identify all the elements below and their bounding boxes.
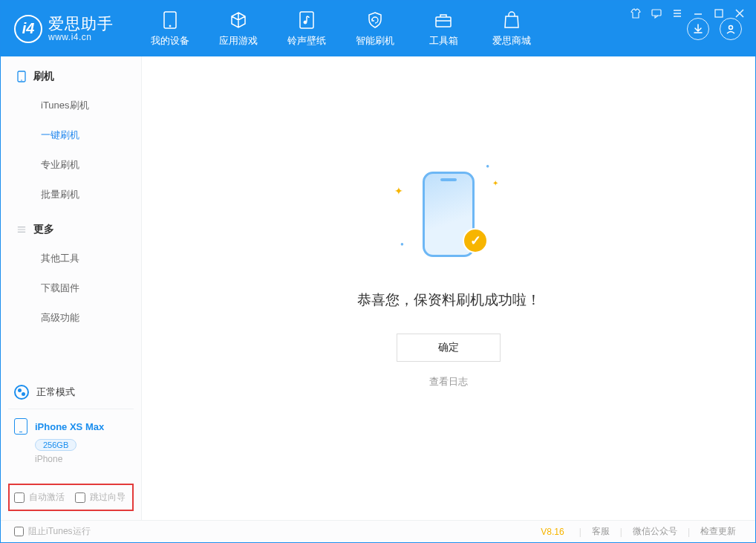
sidebar-group-flash: 刷机 <box>1 56 141 91</box>
footer: 阻止iTunes运行 V8.16 | 客服 | 微信公众号 | 检查更新 <box>1 520 755 542</box>
mode-label: 正常模式 <box>36 386 75 399</box>
dot-icon: ● <box>400 241 404 247</box>
svg-point-3 <box>304 21 307 24</box>
dot-icon: ● <box>486 163 489 169</box>
device-small-icon <box>17 71 26 82</box>
sparkle-icon: ✦ <box>492 179 498 187</box>
window-controls <box>629 7 746 20</box>
app-header: i4 爱思助手 www.i4.cn 我的设备 应用游戏 铃声壁纸 <box>1 1 755 56</box>
main-content: ✦ ✦ ● ● ✓ 恭喜您，保资料刷机成功啦！ 确定 查看日志 <box>142 56 755 520</box>
svg-point-9 <box>21 79 22 81</box>
shopping-bag-icon <box>502 10 521 30</box>
svg-point-1 <box>169 25 171 27</box>
brand-subtitle: www.i4.cn <box>48 33 114 43</box>
svg-rect-4 <box>436 17 451 27</box>
view-log-link[interactable]: 查看日志 <box>429 375 468 388</box>
sidebar-item-download-firmware[interactable]: 下载固件 <box>1 273 141 303</box>
shield-refresh-icon <box>365 10 385 30</box>
nav-my-device[interactable]: 我的设备 <box>136 1 204 56</box>
check-icon: ✓ <box>463 228 488 253</box>
sidebar-item-oneclick-flash[interactable]: 一键刷机 <box>1 120 141 150</box>
sidebar-group-label: 刷机 <box>33 70 54 83</box>
nav-store[interactable]: 爱思商城 <box>478 1 546 56</box>
device-type: iPhone <box>35 454 128 464</box>
shirt-icon[interactable] <box>629 7 642 20</box>
list-icon <box>17 224 26 235</box>
sparkle-icon: ✦ <box>394 185 403 197</box>
download-button[interactable] <box>687 18 709 40</box>
skip-guide-label: 跳过向导 <box>90 491 126 504</box>
nav-tabs: 我的设备 应用游戏 铃声壁纸 智能刷机 工具箱 <box>136 1 546 56</box>
sidebar-group-more: 更多 <box>1 209 141 244</box>
nav-apps-games[interactable]: 应用游戏 <box>204 1 273 56</box>
block-itunes-checkbox[interactable]: 阻止iTunes运行 <box>14 525 91 538</box>
nav-label: 铃声壁纸 <box>287 34 326 48</box>
mode-icon <box>14 385 29 400</box>
auto-activate-checkbox[interactable]: 自动激活 <box>14 491 65 504</box>
device-icon <box>14 418 27 435</box>
svg-rect-6 <box>652 10 661 16</box>
block-itunes-label: 阻止iTunes运行 <box>28 525 91 538</box>
logo-icon: i4 <box>14 15 42 43</box>
brand-title: 爱思助手 <box>48 15 114 33</box>
music-file-icon <box>297 10 316 30</box>
skip-guide-checkbox[interactable]: 跳过向导 <box>75 491 126 504</box>
close-button[interactable] <box>733 7 746 20</box>
sidebar-item-pro-flash[interactable]: 专业刷机 <box>1 150 141 180</box>
phone-icon <box>160 10 180 30</box>
nav-smart-flash[interactable]: 智能刷机 <box>341 1 409 56</box>
menu-icon[interactable] <box>671 7 684 20</box>
nav-label: 爱思商城 <box>492 34 531 48</box>
logo-area: i4 爱思助手 www.i4.cn <box>14 15 114 43</box>
user-button[interactable] <box>720 18 742 40</box>
bottom-options-highlighted: 自动激活 跳过向导 <box>8 484 134 511</box>
cube-icon <box>229 10 248 30</box>
device-storage: 256GB <box>35 439 76 451</box>
version-label: V8.16 <box>541 527 564 537</box>
nav-toolbox[interactable]: 工具箱 <box>409 1 478 56</box>
app-body: 刷机 iTunes刷机 一键刷机 专业刷机 批量刷机 更多 其他工具 下载固件 … <box>1 56 755 520</box>
sidebar-item-other-tools[interactable]: 其他工具 <box>1 244 141 273</box>
success-message: 恭喜您，保资料刷机成功啦！ <box>357 290 541 310</box>
feedback-icon[interactable] <box>650 7 663 20</box>
success-illustration: ✦ ✦ ● ● ✓ <box>385 158 512 270</box>
minimize-button[interactable] <box>691 7 705 20</box>
support-link[interactable]: 客服 <box>586 525 616 538</box>
device-info[interactable]: iPhone XS Max 256GB iPhone <box>8 409 134 470</box>
sidebar: 刷机 iTunes刷机 一键刷机 专业刷机 批量刷机 更多 其他工具 下载固件 … <box>1 56 142 520</box>
wechat-link[interactable]: 微信公众号 <box>627 525 683 538</box>
confirm-button[interactable]: 确定 <box>397 334 501 362</box>
device-name: iPhone XS Max <box>35 421 104 432</box>
nav-ringtone-wallpaper[interactable]: 铃声壁纸 <box>273 1 341 56</box>
nav-label: 智能刷机 <box>356 34 394 48</box>
auto-activate-label: 自动激活 <box>29 491 65 504</box>
svg-point-5 <box>729 25 733 29</box>
toolbox-icon <box>434 10 453 30</box>
sidebar-item-itunes-flash[interactable]: iTunes刷机 <box>1 91 141 120</box>
sidebar-group-label: 更多 <box>33 223 54 236</box>
maximize-button[interactable] <box>712 7 726 20</box>
device-status-area: 正常模式 iPhone XS Max 256GB iPhone <box>1 376 141 470</box>
nav-label: 应用游戏 <box>219 34 258 48</box>
svg-rect-7 <box>715 10 723 17</box>
check-update-link[interactable]: 检查更新 <box>694 525 742 538</box>
footer-right: V8.16 | 客服 | 微信公众号 | 检查更新 <box>541 525 742 538</box>
mode-status[interactable]: 正常模式 <box>8 376 134 409</box>
header-actions <box>687 18 745 40</box>
sidebar-item-advanced[interactable]: 高级功能 <box>1 303 141 333</box>
sidebar-item-batch-flash[interactable]: 批量刷机 <box>1 180 141 209</box>
nav-label: 我的设备 <box>151 34 189 48</box>
nav-label: 工具箱 <box>429 34 458 48</box>
